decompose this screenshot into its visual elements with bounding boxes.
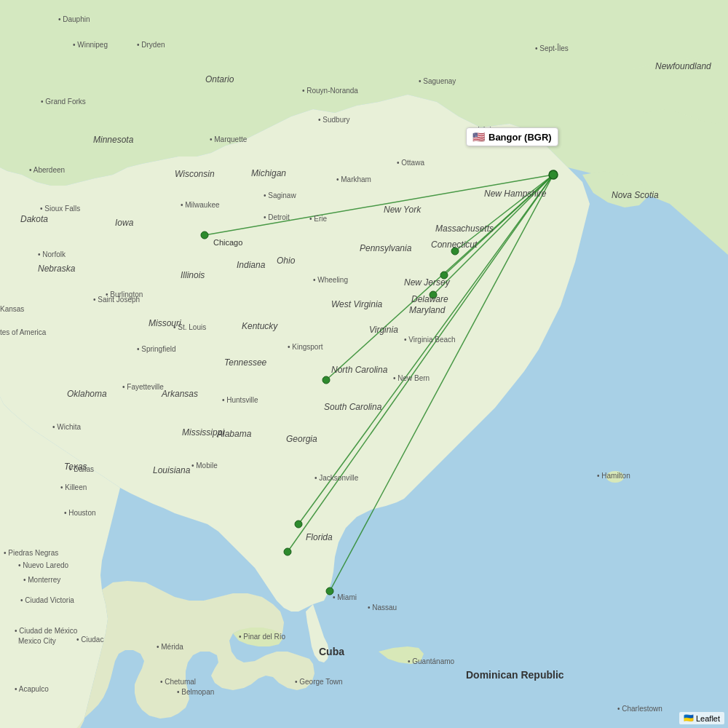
label-oklahoma: Oklahoma — [67, 389, 107, 399]
label-george-town: • George Town — [295, 678, 343, 686]
label-grand-forks: • Grand Forks — [41, 98, 86, 106]
airport-tooltip: 🇺🇸 Bangor (BGR) — [466, 127, 558, 146]
label-monterrey: • Monterrey — [23, 576, 60, 584]
label-new-jersey: New Jersey — [404, 277, 451, 288]
label-delaware: Delaware — [411, 294, 448, 304]
label-florida: Florida — [306, 532, 333, 542]
label-iowa: Iowa — [115, 218, 134, 228]
label-merida: • Mérida — [157, 643, 183, 651]
label-sept-iles: • Sept-Îles — [535, 44, 569, 52]
label-piedras-negras: • Piedras Negras — [4, 549, 58, 557]
label-sudbury: • Sudbury — [318, 116, 350, 124]
label-burlington: • Burlington — [106, 290, 143, 298]
airport-label: Bangor (BGR) — [488, 132, 552, 143]
svg-point-21 — [284, 548, 291, 555]
label-kentucky: Kentucky — [242, 321, 278, 331]
us-flag-icon: 🇺🇸 — [472, 131, 485, 143]
leaflet-label: Leaflet — [696, 714, 720, 723]
label-ottawa: • Ottawa — [397, 159, 424, 167]
label-dryden: • Dryden — [137, 41, 165, 49]
label-virginia: Virginia — [369, 325, 398, 335]
label-rouyn: • Rouyn-Noranda — [302, 87, 358, 95]
label-ciudad-de-mexico: • Ciudad de México — [15, 627, 78, 635]
label-sioux-falls: • Sioux Falls — [40, 205, 80, 213]
label-ciudac: • Ciudac — [76, 636, 103, 644]
label-chetumal: • Chetumal — [160, 678, 196, 686]
label-indiana: Indiana — [237, 260, 266, 270]
leaflet-attribution: 🇺🇦 Leaflet — [679, 712, 724, 724]
label-huntsville: • Huntsville — [222, 396, 258, 404]
label-erie: • Erie — [309, 215, 328, 223]
label-minnesota: Minnesota — [93, 135, 134, 145]
label-new-hampshire: New Hampshire — [484, 189, 547, 199]
label-kansas-partial: Kansas — [0, 305, 24, 313]
label-nebraska: Nebraska — [38, 264, 76, 274]
label-saginaw: • Saginaw — [264, 191, 296, 199]
label-fayetteville: • Fayetteville — [122, 383, 164, 391]
label-newfoundland: Newfoundland — [655, 61, 711, 71]
label-detroit: • Detroit — [264, 213, 290, 221]
svg-point-19 — [323, 376, 330, 384]
label-norfolk: • Norfolk — [38, 250, 66, 258]
label-west-virginia: West Virginia — [331, 299, 383, 309]
label-maryland: Maryland — [409, 305, 446, 315]
label-kingsport: • Kingsport — [288, 343, 323, 351]
label-arkansas: Arkansas — [161, 389, 198, 399]
label-mexico-city: Mexico City — [18, 637, 56, 645]
label-ontario: Ontario — [205, 74, 234, 84]
label-georgia: Georgia — [286, 434, 317, 444]
label-tes-of-america: tes of America — [0, 328, 47, 336]
label-dauphin: • Dauphin — [58, 15, 90, 23]
label-dakota: Dakota — [20, 214, 48, 224]
label-dominican-republic: Dominican Republic — [466, 669, 564, 681]
label-jacksonville: • Jacksonville — [314, 474, 359, 482]
label-wheeling: • Wheeling — [313, 276, 348, 284]
label-tennessee: Tennessee — [224, 357, 267, 368]
label-killeen: • Killeen — [60, 483, 87, 491]
label-pennsylvania: Pennsylvania — [360, 243, 412, 253]
label-ciudad-victoria: • Ciudad Victoria — [20, 596, 74, 604]
label-milwaukee: • Milwaukee — [181, 201, 220, 209]
label-michigan: Michigan — [251, 168, 286, 178]
label-mobile: • Mobile — [191, 462, 218, 470]
label-wisconsin: Wisconsin — [175, 169, 215, 179]
label-markham: • Markham — [336, 175, 371, 183]
svg-point-20 — [295, 521, 302, 528]
label-new-bern: • New Bern — [393, 374, 430, 382]
label-dallas: • Dallas — [69, 465, 94, 473]
label-new-york: New York — [384, 205, 422, 215]
label-virginia-beach: • Virginia Beach — [404, 336, 456, 344]
label-guantanamo: • Guantánamo — [408, 657, 455, 665]
label-springfield: • Springfield — [137, 345, 176, 353]
label-aberdeen: • Aberdeen — [29, 166, 65, 174]
label-houston: • Houston — [64, 509, 96, 517]
label-mississippi: Mississippi — [182, 427, 224, 438]
label-chicago: Chicago — [213, 238, 242, 247]
label-hamilton: • Hamilton — [597, 472, 630, 480]
label-ohio: Ohio — [277, 256, 296, 266]
label-connecticut: Connecticut — [431, 240, 478, 250]
label-saguenay: • Saguenay — [419, 77, 456, 85]
label-nova-scotia: Nova Scotia — [612, 190, 659, 200]
label-wichita: • Wichita — [52, 423, 82, 431]
label-massachusetts: Massachusetts — [435, 223, 494, 234]
label-miami: • Miami — [333, 593, 357, 601]
label-louisiana: Louisiana — [153, 465, 191, 475]
svg-point-23 — [549, 170, 558, 179]
label-pinar-del-rio: • Pinar del Río — [239, 633, 286, 641]
label-charlestown: • Charlestown — [617, 705, 662, 713]
svg-point-15 — [201, 232, 208, 239]
ukraine-flag-icon: 🇺🇦 — [684, 713, 694, 723]
map-container: • Dauphin • Winnipeg • Dryden Ontario • … — [0, 0, 728, 728]
label-cuba: Cuba — [319, 646, 344, 657]
label-belmopan: • Belmopan — [177, 688, 214, 696]
label-south-carolina: South Carolina — [324, 402, 382, 412]
label-marquette: • Marquette — [210, 135, 248, 143]
label-nuevo-laredo: • Nuevo Laredo — [18, 561, 69, 569]
label-illinois: Illinois — [181, 270, 205, 280]
label-nassau: • Nassau — [368, 604, 397, 612]
label-st-louis: • St. Louis — [173, 323, 206, 331]
label-winnipeg: • Winnipeg — [73, 41, 108, 49]
label-acapulco: • Acapulco — [15, 685, 49, 693]
label-north-carolina: North Carolina — [331, 365, 388, 375]
